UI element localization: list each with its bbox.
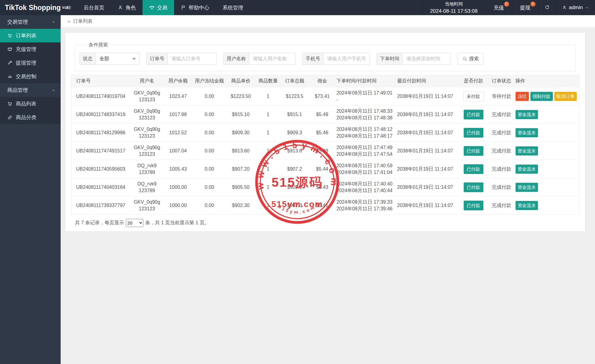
cell-order-time: 2024年08月11日 17:48:33 2024年08月11日 17:48:3… bbox=[336, 105, 397, 124]
cart-icon bbox=[7, 101, 12, 106]
sidebar-group-trade[interactable]: 交易管理 bbox=[0, 15, 61, 29]
action-button-freeze[interactable]: 冻结 bbox=[516, 92, 529, 101]
cell-commission: $5.46 bbox=[308, 124, 336, 142]
cell-quantity: 1 bbox=[255, 178, 281, 196]
search-icon bbox=[462, 56, 467, 62]
cell-pay-status: 已付款 bbox=[459, 142, 488, 160]
withdraw-button[interactable]: 提现 0 bbox=[512, 0, 539, 15]
orders-tbody: UB2408111749019704 GKV_0q90g 123123 1023… bbox=[71, 87, 580, 215]
nav-item-dashboard[interactable]: 后台首页 bbox=[77, 0, 111, 15]
pay-status-badge: 已付款 bbox=[464, 128, 483, 138]
actions-cell: 资金流水 bbox=[515, 196, 580, 215]
navbar-right: 当地时间 2024-08-11 17:53:08 充值 0 提现 0 admin bbox=[422, 0, 595, 15]
sidebar-item-order-list[interactable]: 订单列表 bbox=[0, 29, 61, 42]
action-button-fund-flow[interactable]: 资金流水 bbox=[516, 146, 538, 155]
cell-last-pay-time: 2038年01月19日 11:14:07 bbox=[397, 178, 459, 196]
table-row: UB2408111740403164 DQ_rvk9 123789 1000.0… bbox=[71, 178, 580, 196]
cell-order-status: 完成付款 bbox=[488, 124, 515, 142]
cell-order-time: 2024年08月11日 17:48:12 2024年08月11日 17:48:1… bbox=[336, 124, 397, 142]
cell-unit-price: $902.30 bbox=[227, 196, 255, 215]
cell-quantity: 1 bbox=[255, 87, 281, 105]
actions-cell: 资金流水 bbox=[515, 124, 580, 142]
cell-total: $907.2 bbox=[281, 160, 308, 178]
recharge-button[interactable]: 充值 0 bbox=[486, 0, 512, 15]
sidebar: 交易管理 订单列表 充值管理 提现管理 交易控制 商品管理 bbox=[0, 15, 61, 364]
search-fieldset: 条件搜索 状态 全部 订单号 用户名称 bbox=[75, 42, 576, 71]
app-logo: TikTok Shopping V18 bbox=[0, 0, 61, 15]
action-button-fund-flow[interactable]: 资金流水 bbox=[516, 183, 538, 192]
nav-item-roles[interactable]: 角色 bbox=[111, 0, 143, 15]
sidebar-item-goods-category[interactable]: 商品分类 bbox=[0, 111, 61, 124]
withdraw-badge: 0 bbox=[530, 2, 536, 7]
main-nav: 后台首页 角色 交易 帮助中心 系统管理 bbox=[77, 0, 250, 15]
cell-order-time: 2024年08月11日 17:39:33 2024年08月11日 17:39:4… bbox=[336, 196, 397, 215]
page-size-select[interactable]: 20 bbox=[126, 219, 143, 227]
cell-order-status: 完成付款 bbox=[488, 160, 515, 178]
nav-item-trade[interactable]: 交易 bbox=[143, 0, 174, 15]
cell-quantity: 1 bbox=[255, 142, 281, 160]
cell-total: $915.1 bbox=[281, 105, 308, 124]
local-time-block: 当地时间 2024-08-11 17:53:08 bbox=[422, 0, 486, 15]
sidebar-item-goods-list[interactable]: 商品列表 bbox=[0, 97, 61, 111]
admin-menu[interactable]: admin bbox=[556, 0, 595, 15]
search-legend: 条件搜索 bbox=[86, 42, 111, 48]
cell-order-id: UB2408111747491517 bbox=[71, 142, 130, 160]
sidebar-item-recharge-mgmt[interactable]: 充值管理 bbox=[0, 42, 61, 56]
local-time-label: 当地时间 bbox=[445, 1, 463, 7]
sidebar-submenu-trade: 订单列表 充值管理 提现管理 交易控制 bbox=[0, 29, 61, 83]
cell-unit-price: $905.50 bbox=[227, 178, 255, 196]
cart-icon bbox=[7, 33, 12, 38]
action-button-fund-flow[interactable]: 资金流水 bbox=[516, 110, 538, 119]
actions-cell: 资金流水 bbox=[515, 178, 580, 196]
col-total: 订单总额 bbox=[281, 75, 308, 87]
order-time-input[interactable] bbox=[403, 53, 451, 65]
cell-last-pay-time: 2038年01月19日 11:14:07 bbox=[397, 105, 459, 124]
cell-quantity: 1 bbox=[255, 105, 281, 124]
caret-down-icon bbox=[132, 58, 136, 60]
cell-unit-price: $1223.50 bbox=[227, 87, 255, 105]
col-username: 用户名 bbox=[130, 75, 164, 87]
cell-commission: $73.41 bbox=[308, 87, 336, 105]
sidebar-toggle-button[interactable] bbox=[61, 0, 77, 15]
nav-item-help-center[interactable]: 帮助中心 bbox=[174, 0, 216, 15]
col-frozen: 用户冻结金额 bbox=[193, 75, 227, 87]
col-pay-status: 是否付款 bbox=[459, 75, 488, 87]
action-button-fund-flow[interactable]: 资金流水 bbox=[516, 201, 538, 210]
app-logo-text: TikTok Shopping bbox=[5, 4, 61, 12]
sidebar-group-goods[interactable]: 商品管理 bbox=[0, 83, 61, 97]
order-no-input[interactable] bbox=[168, 53, 216, 65]
table-row: UB2408111739337797 GKV_0q90g 123123 1000… bbox=[71, 196, 580, 215]
pay-status-badge: 已付款 bbox=[464, 146, 483, 156]
action-button-cancel-order[interactable]: 取消订单 bbox=[554, 92, 577, 101]
local-time-value: 2024-08-11 17:53:08 bbox=[430, 8, 478, 14]
cell-order-time: 2024年08月11日 17:47:49 2024年08月11日 17:47:5… bbox=[336, 142, 397, 160]
phone-input[interactable] bbox=[324, 53, 370, 65]
username-input[interactable] bbox=[249, 53, 295, 65]
col-balance: 用户余额 bbox=[164, 75, 193, 87]
cell-username: GKV_0q90g 123123 bbox=[130, 196, 164, 215]
flag-icon bbox=[181, 5, 186, 10]
nav-item-system[interactable]: 系统管理 bbox=[216, 0, 250, 15]
action-button-force-pay[interactable]: 强制付款 bbox=[530, 92, 553, 101]
chevron-down-icon bbox=[51, 20, 56, 24]
search-button[interactable]: 搜索 bbox=[458, 53, 483, 65]
cell-total: $913.6 bbox=[281, 142, 308, 160]
cell-username: GKV_0q90g 123123 bbox=[130, 124, 164, 142]
refresh-button[interactable] bbox=[539, 0, 556, 15]
status-select[interactable]: 全部 bbox=[96, 53, 140, 65]
pay-status-badge: 已付款 bbox=[464, 164, 483, 174]
sidebar-item-trade-control[interactable]: 交易控制 bbox=[0, 70, 61, 83]
cell-order-status: 等待付款 bbox=[488, 87, 515, 105]
action-button-fund-flow[interactable]: 资金流水 bbox=[516, 165, 538, 174]
cell-frozen: 0.00 bbox=[193, 196, 227, 215]
main-area: » 订单列表 条件搜索 状态 全部 订单号 bbox=[61, 15, 595, 232]
chevron-down-icon bbox=[51, 88, 56, 92]
sidebar-item-withdraw-mgmt[interactable]: 提现管理 bbox=[0, 56, 61, 70]
phone-filter: 手机号 bbox=[302, 53, 370, 65]
pay-status-badge: 已付款 bbox=[464, 201, 483, 210]
cell-order-time: 2024年08月11日 17:40:40 2024年08月11日 17:40:4… bbox=[336, 178, 397, 196]
cell-total: $1223.5 bbox=[281, 87, 308, 105]
status-filter: 状态 全部 bbox=[79, 53, 140, 65]
cell-username: GKV_0q90g 123123 bbox=[130, 87, 164, 105]
action-button-fund-flow[interactable]: 资金流水 bbox=[516, 128, 538, 137]
